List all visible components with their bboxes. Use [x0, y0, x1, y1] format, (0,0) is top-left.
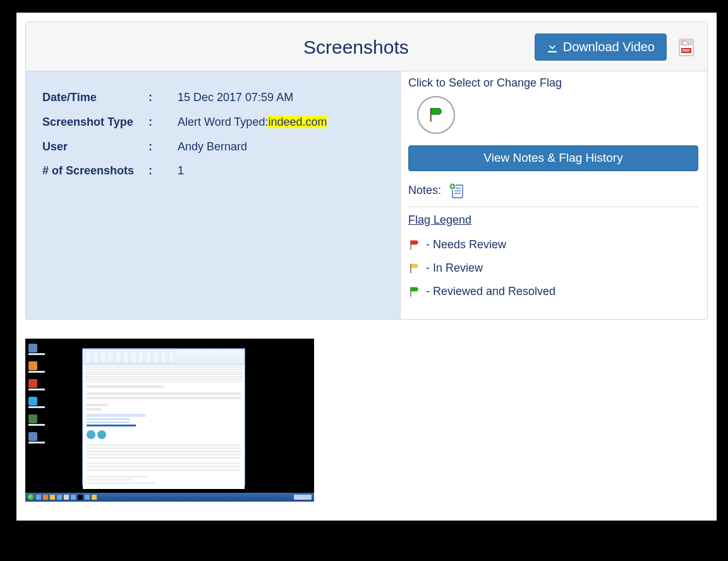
- email-client-window: [82, 348, 245, 486]
- current-flag-button[interactable]: [417, 96, 455, 134]
- notes-row: Notes:: [408, 180, 698, 207]
- taskbar: [25, 493, 314, 502]
- metadata-pane: Date/Time : 15 Dec 2017 07:59 AM Screens…: [26, 71, 401, 319]
- desktop-icons: [28, 344, 54, 443]
- view-notes-history-button[interactable]: View Notes & Flag History: [408, 145, 698, 171]
- screenshots-panel: Screenshots Download Video PDF: [25, 21, 708, 320]
- meta-value: 15 Dec 2017 07:59 AM: [178, 88, 386, 107]
- app-frame: Screenshots Download Video PDF: [16, 13, 717, 521]
- legend-item-resolved: - Reviewed and Resolved: [408, 280, 698, 303]
- flag-icon: [427, 106, 445, 124]
- pdf-icon[interactable]: PDF: [678, 38, 695, 57]
- meta-value: Andy Bernard: [178, 138, 386, 156]
- meta-label: Date/Time: [42, 88, 149, 107]
- svg-rect-4: [430, 109, 432, 122]
- svg-text:PDF: PDF: [682, 49, 690, 52]
- svg-rect-11: [410, 263, 411, 273]
- download-video-button[interactable]: Download Video: [535, 33, 667, 61]
- meta-label: User: [42, 138, 149, 156]
- flag-select-label: Click to Select or Change Flag: [408, 76, 698, 90]
- notes-label: Notes:: [408, 184, 441, 197]
- add-note-icon[interactable]: [449, 183, 464, 198]
- svg-rect-10: [410, 240, 411, 250]
- meta-value: Alert Word Typed:indeed.com: [178, 113, 386, 131]
- legend-item-needs-review: - Needs Review: [408, 233, 698, 256]
- meta-label: Screenshot Type: [42, 113, 149, 131]
- download-icon: [547, 42, 558, 53]
- meta-value: 1: [178, 162, 386, 180]
- flag-pane: Click to Select or Change Flag View Note…: [401, 71, 707, 319]
- flag-green-icon: [408, 286, 421, 298]
- meta-row-type: Screenshot Type : Alert Word Typed:indee…: [42, 110, 386, 135]
- legend-item-in-review: - In Review: [408, 256, 698, 280]
- meta-row-count: # of Screenshots : 1: [42, 159, 386, 183]
- panel-header: Screenshots Download Video PDF: [26, 22, 707, 71]
- flag-yellow-icon: [408, 262, 421, 275]
- meta-row-user: User : Andy Bernard: [42, 135, 386, 159]
- download-video-label: Download Video: [563, 40, 655, 54]
- screenshot-thumbnail[interactable]: [25, 339, 314, 502]
- flag-red-icon: [408, 239, 421, 251]
- alert-word-highlight: indeed.com: [268, 116, 327, 128]
- flag-legend-title: Flag Legend: [408, 214, 698, 227]
- page-title: Screenshots: [39, 37, 535, 58]
- legend-text: - Reviewed and Resolved: [426, 285, 555, 298]
- svg-rect-12: [410, 287, 411, 296]
- panel-body: Date/Time : 15 Dec 2017 07:59 AM Screens…: [26, 71, 707, 319]
- thumbnails-area: [25, 339, 708, 502]
- meta-label: # of Screenshots: [42, 162, 149, 180]
- legend-text: - In Review: [426, 262, 483, 275]
- meta-row-datetime: Date/Time : 15 Dec 2017 07:59 AM: [42, 85, 386, 110]
- legend-text: - Needs Review: [426, 238, 506, 251]
- type-prefix: Alert Word Typed:: [178, 116, 268, 128]
